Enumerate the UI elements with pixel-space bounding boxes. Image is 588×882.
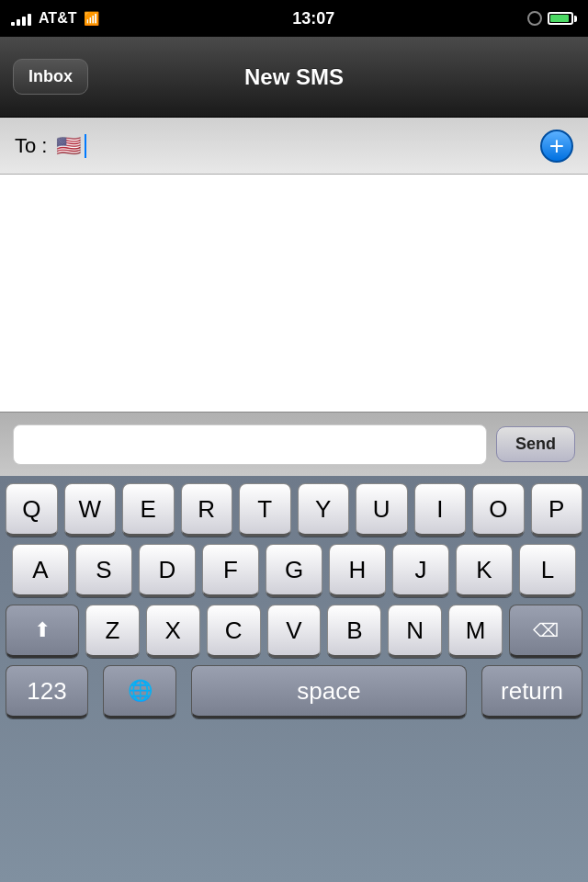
nav-bar: Inbox New SMS xyxy=(0,37,588,118)
shift-key[interactable]: ⬆ xyxy=(6,605,79,658)
keyboard: Q W E R T Y U I O P A S D F G H J K L ⬆ … xyxy=(0,476,588,882)
key-t[interactable]: T xyxy=(239,483,291,537)
wifi-icon: 📶 xyxy=(84,11,99,26)
key-e[interactable]: E xyxy=(122,483,175,537)
globe-icon: 🌐 xyxy=(128,679,153,703)
key-q[interactable]: Q xyxy=(6,483,58,537)
key-w[interactable]: W xyxy=(64,483,117,537)
space-key[interactable]: space xyxy=(191,665,467,718)
key-f[interactable]: F xyxy=(202,544,259,597)
time-display: 13:07 xyxy=(292,9,334,28)
key-c[interactable]: C xyxy=(207,605,261,658)
key-k[interactable]: K xyxy=(456,544,513,597)
keyboard-row-1: Q W E R T Y U I O P xyxy=(0,483,588,537)
key-o[interactable]: O xyxy=(472,483,525,537)
to-label: To : xyxy=(15,134,47,158)
text-cursor xyxy=(85,134,86,158)
backspace-icon: ⌫ xyxy=(533,619,559,641)
key-p[interactable]: P xyxy=(531,483,583,537)
signal-bars xyxy=(11,11,31,26)
keyboard-row-4: 123 🌐 space return xyxy=(0,665,588,718)
message-area xyxy=(0,175,588,412)
input-bar: Send xyxy=(0,412,588,476)
keyboard-row-2: A S D F G H J K L xyxy=(0,544,588,597)
key-a[interactable]: A xyxy=(12,544,69,597)
shift-icon: ⬆ xyxy=(34,618,51,642)
key-d[interactable]: D xyxy=(139,544,196,597)
key-j[interactable]: J xyxy=(392,544,449,597)
battery-indicator xyxy=(548,12,577,25)
backspace-key[interactable]: ⌫ xyxy=(509,605,582,658)
key-z[interactable]: Z xyxy=(85,605,140,658)
status-bar: AT&T 📶 13:07 xyxy=(0,0,588,37)
flag-icon: 🇺🇸 xyxy=(56,134,81,158)
key-b[interactable]: B xyxy=(327,605,381,658)
clock-icon xyxy=(527,11,542,26)
message-input[interactable] xyxy=(13,424,487,465)
carrier-label: AT&T xyxy=(39,10,76,27)
return-key[interactable]: return xyxy=(481,665,582,718)
globe-key[interactable]: 🌐 xyxy=(103,665,176,718)
nav-title: New SMS xyxy=(244,64,344,90)
to-field: To : 🇺🇸 + xyxy=(0,118,588,175)
send-button[interactable]: Send xyxy=(496,426,575,462)
key-x[interactable]: X xyxy=(146,605,200,658)
keyboard-row-3: ⬆ Z X C V B N M ⌫ xyxy=(0,605,588,658)
key-u[interactable]: U xyxy=(356,483,408,537)
key-v[interactable]: V xyxy=(267,605,322,658)
key-y[interactable]: Y xyxy=(298,483,350,537)
inbox-back-button[interactable]: Inbox xyxy=(13,59,88,95)
key-g[interactable]: G xyxy=(266,544,322,597)
key-i[interactable]: I xyxy=(414,483,467,537)
add-recipient-button[interactable]: + xyxy=(540,130,573,163)
key-r[interactable]: R xyxy=(181,483,233,537)
numbers-key[interactable]: 123 xyxy=(6,665,88,718)
key-m[interactable]: M xyxy=(448,605,503,658)
key-s[interactable]: S xyxy=(75,544,132,597)
key-n[interactable]: N xyxy=(388,605,442,658)
key-h[interactable]: H xyxy=(329,544,386,597)
key-l[interactable]: L xyxy=(519,544,576,597)
